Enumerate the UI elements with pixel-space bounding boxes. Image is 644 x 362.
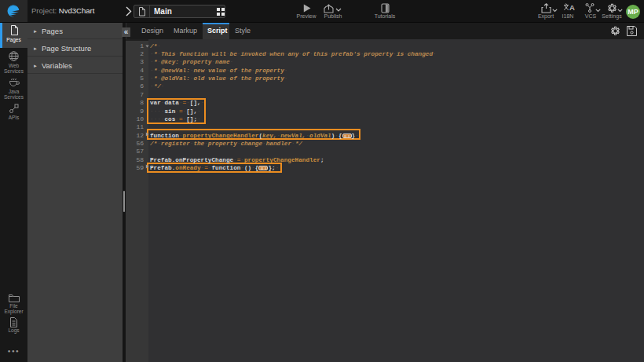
svg-text:A: A xyxy=(569,3,575,12)
